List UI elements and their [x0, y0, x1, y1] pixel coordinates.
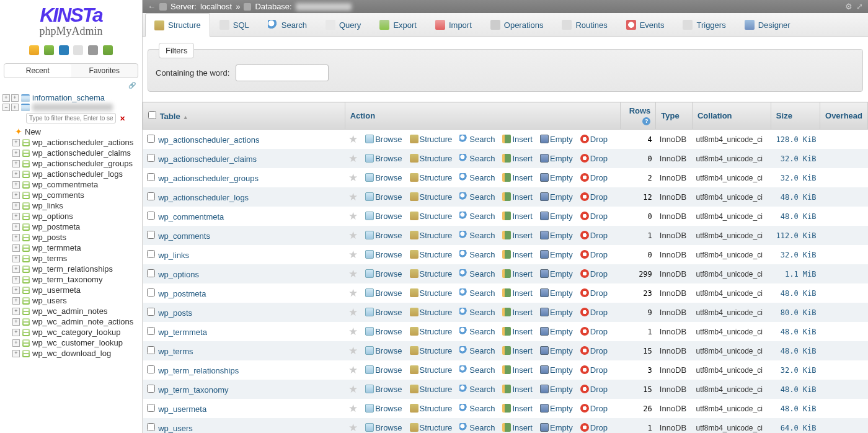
expand-icon[interactable]: +	[12, 255, 20, 262]
expand-icon[interactable]: +	[12, 339, 20, 347]
table-name-link[interactable]: wp_term_relationships	[158, 366, 239, 375]
insert-link[interactable]: Insert	[502, 154, 533, 163]
tree-filter-input[interactable]	[26, 113, 116, 123]
drop-link[interactable]: Drop	[580, 327, 608, 336]
browse-link[interactable]: Browse	[365, 308, 402, 317]
menu-events[interactable]: Events	[617, 13, 674, 36]
insert-link[interactable]: Insert	[502, 135, 533, 144]
tree-new[interactable]: ✦New	[0, 126, 142, 137]
star-icon[interactable]: ★	[348, 267, 358, 280]
empty-link[interactable]: Empty	[540, 288, 573, 298]
insert-link[interactable]: Insert	[502, 308, 533, 317]
expand-icon[interactable]: +	[11, 94, 19, 102]
menu-triggers[interactable]: Triggers	[673, 13, 735, 36]
row-checkbox[interactable]	[147, 327, 155, 335]
star-icon[interactable]: ★	[348, 248, 358, 261]
table-name-link[interactable]: wp_actionscheduler_groups	[158, 174, 259, 183]
expand-icon[interactable]: +	[12, 171, 20, 178]
tree-table[interactable]: +wp_actionscheduler_logs	[0, 169, 142, 179]
tree-database[interactable]: −+	[0, 103, 142, 112]
tree-table[interactable]: +wp_actionscheduler_claims	[0, 148, 142, 158]
menu-query[interactable]: Query	[316, 13, 370, 36]
expand-icon[interactable]: +	[12, 329, 20, 336]
tree-table[interactable]: +wp_users	[0, 295, 142, 306]
star-icon[interactable]: ★	[348, 171, 358, 184]
empty-link[interactable]: Empty	[540, 404, 573, 413]
expand-icon[interactable]: +	[12, 308, 20, 315]
table-name-link[interactable]: wp_postmeta	[158, 289, 206, 298]
browse-link[interactable]: Browse	[365, 173, 402, 182]
search-link[interactable]: Search	[459, 327, 495, 336]
empty-link[interactable]: Empty	[540, 192, 573, 202]
menu-sql[interactable]: SQL	[210, 13, 259, 36]
structure-link[interactable]: Structure	[410, 231, 453, 240]
search-link[interactable]: Search	[459, 192, 495, 202]
expand-icon[interactable]: +	[12, 160, 20, 167]
back-icon[interactable]: ←	[148, 2, 156, 11]
tree-table[interactable]: +wp_options	[0, 211, 142, 221]
browse-link[interactable]: Browse	[365, 250, 402, 259]
drop-link[interactable]: Drop	[580, 212, 608, 221]
search-link[interactable]: Search	[459, 423, 495, 432]
star-icon[interactable]: ★	[348, 133, 358, 146]
tree-table[interactable]: +wp_wc_customer_lookup	[0, 337, 142, 348]
tree-table[interactable]: +wp_wc_admin_note_actions	[0, 316, 142, 327]
browse-link[interactable]: Browse	[365, 423, 402, 432]
expand-icon[interactable]: +	[12, 287, 20, 294]
help-icon[interactable]: ?	[642, 117, 650, 125]
empty-link[interactable]: Empty	[540, 423, 573, 432]
search-link[interactable]: Search	[459, 269, 495, 279]
insert-link[interactable]: Insert	[502, 192, 533, 202]
tab-favorites[interactable]: Favorites	[71, 64, 138, 78]
expand-icon[interactable]: +	[12, 276, 20, 283]
table-name-link[interactable]: wp_posts	[158, 308, 192, 318]
col-size[interactable]: Size	[771, 102, 820, 130]
empty-link[interactable]: Empty	[540, 327, 573, 336]
table-name-link[interactable]: wp_actionscheduler_logs	[158, 193, 249, 202]
browse-link[interactable]: Browse	[365, 231, 402, 240]
search-link[interactable]: Search	[459, 231, 495, 240]
row-checkbox[interactable]	[147, 269, 155, 277]
table-name-link[interactable]: wp_comments	[158, 231, 210, 241]
empty-link[interactable]: Empty	[540, 173, 573, 182]
empty-link[interactable]: Empty	[540, 231, 573, 240]
structure-link[interactable]: Structure	[410, 154, 453, 163]
link-icon[interactable]: 🔗	[0, 82, 142, 91]
menu-import[interactable]: Import	[426, 13, 481, 36]
insert-link[interactable]: Insert	[502, 327, 533, 336]
star-icon[interactable]: ★	[348, 190, 358, 203]
structure-link[interactable]: Structure	[410, 327, 453, 336]
help-icon[interactable]	[59, 45, 69, 55]
search-link[interactable]: Search	[459, 135, 495, 144]
browse-link[interactable]: Browse	[365, 212, 402, 221]
empty-link[interactable]: Empty	[540, 308, 573, 317]
col-rows[interactable]: Rows	[629, 106, 651, 115]
select-all-checkbox[interactable]	[148, 111, 156, 119]
drop-link[interactable]: Drop	[580, 404, 608, 413]
server-name[interactable]: localhost	[200, 2, 232, 11]
col-table[interactable]: Table	[160, 112, 180, 121]
tree-table[interactable]: +wp_wc_category_lookup	[0, 327, 142, 337]
tree-table[interactable]: +wp_commentmeta	[0, 179, 142, 190]
drop-link[interactable]: Drop	[580, 423, 608, 432]
menu-structure[interactable]: Structure	[145, 13, 210, 37]
row-checkbox[interactable]	[147, 231, 155, 239]
expand-icon[interactable]: +	[11, 104, 19, 111]
tree-table[interactable]: +wp_actionscheduler_groups	[0, 158, 142, 169]
tree-table[interactable]: +wp_termmeta	[0, 243, 142, 253]
expand-icon[interactable]: ⤢	[856, 2, 863, 11]
home-icon[interactable]	[29, 45, 39, 55]
drop-link[interactable]: Drop	[580, 288, 608, 298]
insert-link[interactable]: Insert	[502, 250, 533, 259]
tree-table[interactable]: +wp_term_relationships	[0, 264, 142, 274]
insert-link[interactable]: Insert	[502, 346, 533, 355]
structure-link[interactable]: Structure	[410, 135, 453, 144]
browse-link[interactable]: Browse	[365, 385, 402, 394]
table-name-link[interactable]: wp_termmeta	[158, 328, 207, 337]
menu-designer[interactable]: Designer	[735, 13, 800, 36]
col-collation[interactable]: Collation	[692, 102, 771, 130]
settings-icon[interactable]	[88, 45, 98, 55]
table-name-link[interactable]: wp_actionscheduler_claims	[158, 154, 257, 164]
reload-icon[interactable]	[103, 45, 113, 55]
empty-link[interactable]: Empty	[540, 365, 573, 375]
